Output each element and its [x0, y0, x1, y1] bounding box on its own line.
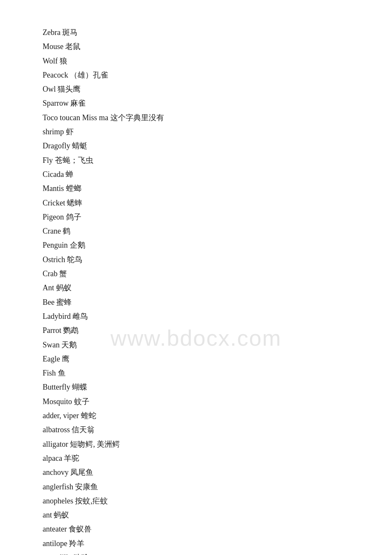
list-item: albatross 信天翁	[43, 423, 349, 437]
page-content: www.bdocx.com Zebra 斑马Mouse 老鼠Wolf 狼Peac…	[0, 0, 392, 555]
list-item: Peacock （雄）孔雀	[43, 68, 349, 82]
list-item: Wolf 狼	[43, 54, 349, 68]
list-item: Fish 鱼	[43, 366, 349, 380]
list-item: adder, viper 蝰蛇	[43, 409, 349, 423]
list-item: armadillo 犰狳	[43, 551, 349, 555]
list-item: Ant 蚂蚁	[43, 281, 349, 295]
list-item: anopheles 按蚊,疟蚊	[43, 494, 349, 508]
list-item: Crane 鹤	[43, 224, 349, 238]
list-item: anteater 食蚁兽	[43, 522, 349, 536]
list-item: shrimp 虾	[43, 125, 349, 139]
list-item: anchovy 凤尾鱼	[43, 465, 349, 480]
list-item: Fly 苍蝇；飞虫	[43, 153, 349, 168]
list-item: Ostrich 鸵鸟	[43, 253, 349, 267]
list-item: Owl 猫头鹰	[43, 82, 349, 96]
list-item: Butterfly 蝴蝶	[43, 380, 349, 394]
list-item: Mouse 老鼠	[43, 40, 349, 54]
list-item: Bee 蜜蜂	[43, 295, 349, 309]
list-item: Zebra 斑马	[43, 26, 349, 40]
list-item: Penguin 企鹅	[43, 238, 349, 252]
list-item: Cricket 蟋蟀	[43, 196, 349, 210]
list-item: Pigeon 鸽子	[43, 210, 349, 224]
list-item: Toco toucan Miss ma 这个字典里没有	[43, 111, 349, 125]
animal-list: Zebra 斑马Mouse 老鼠Wolf 狼Peacock （雄）孔雀Owl 猫…	[43, 26, 349, 555]
list-item: Mosquito 蚊子	[43, 395, 349, 409]
list-item: Crab 蟹	[43, 267, 349, 281]
list-item: anglerfish 安康鱼	[43, 480, 349, 494]
list-item: Ladybird 雌鸟	[43, 309, 349, 324]
list-item: Dragofly 蜻蜓	[43, 139, 349, 153]
list-item: Parrot 鹦鹉	[43, 324, 349, 338]
list-item: Swan 天鹅	[43, 338, 349, 352]
list-item: Mantis 螳螂	[43, 182, 349, 196]
list-item: alpaca 羊驼	[43, 451, 349, 465]
list-item: ant 蚂蚁	[43, 508, 349, 522]
list-item: Sparrow 麻雀	[43, 96, 349, 110]
list-item: Cicada 蝉	[43, 168, 349, 182]
list-item: antilope 羚羊	[43, 537, 349, 551]
list-item: Eagle 鹰	[43, 352, 349, 366]
list-item: alligator 短吻鳄, 美洲鳄	[43, 437, 349, 451]
